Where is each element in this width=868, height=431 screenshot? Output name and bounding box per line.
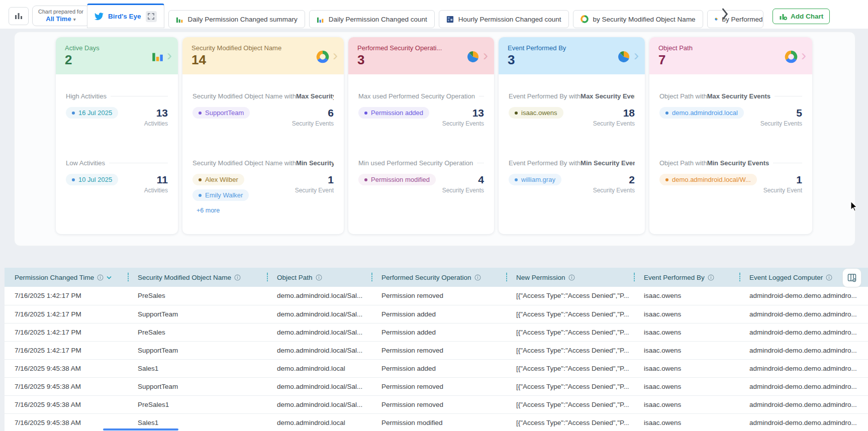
dot-icon (199, 194, 202, 197)
info-icon[interactable] (568, 274, 575, 281)
card-active-days[interactable]: Active Days 2 › High Activities (56, 37, 178, 234)
column-header-permission-changed-time[interactable]: Permission Changed Time (5, 268, 128, 287)
count-value: 13 (442, 107, 484, 119)
tab-label: by Security Modified Object Name (593, 16, 696, 23)
tab-hourly-count[interactable]: Hourly Permission Changed count (439, 10, 569, 28)
dashboard-page: Chart prepared for All Time▾ Bird's Eye (0, 0, 868, 431)
card-event-performed-by[interactable]: Event Performed By 3 › Event Performed B… (499, 37, 645, 234)
table-row[interactable]: 7/16/2025 9:45:38 AM PreSales1 demo.admi… (5, 395, 868, 413)
card-security-modified-object-name[interactable]: Security Modified Object Name 14 › Secur… (182, 37, 344, 234)
chevron-right-icon[interactable]: › (634, 48, 639, 63)
table-cell: Permission removed (371, 395, 506, 413)
info-icon[interactable] (826, 274, 832, 281)
table-cell: PreSales (128, 287, 267, 305)
tab-birds-eye[interactable]: Bird's Eye (87, 4, 164, 28)
card-section: Max used Performed Security Operation Pe… (358, 92, 484, 127)
info-icon[interactable] (234, 274, 241, 281)
info-icon[interactable] (474, 274, 481, 281)
card-section: High Activities 16 Jul 2025 13 Activiti (66, 92, 168, 127)
value-pill[interactable]: Emily Walker (192, 189, 249, 201)
column-header-event-performed-by[interactable]: Event Performed By (634, 268, 739, 287)
table-cell: Permission removed (371, 287, 506, 305)
value-pill[interactable]: demo.admindroid.local/W... (659, 174, 757, 185)
table-cell: 7/16/2025 9:45:38 AM (5, 359, 128, 377)
card-section: Object Path with Max Security Events dem… (659, 92, 802, 127)
chevron-right-icon[interactable]: › (167, 48, 172, 63)
count-label: Security Events (593, 187, 635, 194)
table-cell: admindroid-demo.demo.admindro... (739, 413, 868, 431)
count-value: 5 (760, 107, 802, 119)
value-pill[interactable]: demo.admindroid.local (659, 107, 744, 119)
table-row[interactable]: 7/16/2025 1:42:17 PM SupportTeam demo.ad… (5, 341, 868, 359)
column-header-security-modified-object-name[interactable]: Security Modified Object Name (128, 268, 267, 287)
value-pill[interactable]: Alex Wilber (192, 174, 244, 185)
card-object-path[interactable]: Object Path 7 › Object Path with Max Sec… (649, 37, 812, 234)
info-icon[interactable] (97, 274, 104, 281)
events-table: Permission Changed Time Security Modifie… (5, 268, 868, 431)
table-cell: admindroid-demo.demo.admindro... (739, 305, 868, 323)
dot-icon (364, 178, 367, 181)
chevron-down-icon: ▾ (73, 17, 76, 22)
table-row[interactable]: 7/16/2025 9:45:38 AM Sales1 demo.admindr… (5, 359, 868, 377)
more-link[interactable]: +6 more (197, 207, 220, 214)
horizontal-scrollbar-thumb[interactable] (103, 428, 178, 430)
bar-chart-icon (151, 50, 164, 63)
card-section: Object Path with Min Security Events dem… (659, 159, 802, 194)
value-pill[interactable]: 16 Jul 2025 (66, 107, 118, 119)
info-icon[interactable] (708, 274, 714, 281)
table-cell: Permission removed (371, 341, 506, 359)
chevron-right-icon[interactable]: › (801, 48, 806, 63)
table-body: 7/16/2025 1:42:17 PM PreSales demo.admin… (5, 287, 868, 431)
chart-list-button[interactable] (9, 7, 29, 25)
table-row[interactable]: 7/16/2025 1:42:17 PM PreSales demo.admin… (5, 323, 868, 341)
count-value: 1 (295, 174, 334, 186)
table-row[interactable]: 7/16/2025 1:42:17 PM SupportTeam demo.ad… (5, 305, 868, 323)
count-label: Security Events (442, 120, 484, 127)
table-row[interactable]: 7/16/2025 1:42:17 PM PreSales demo.admin… (5, 287, 868, 305)
sort-desc-icon[interactable] (107, 276, 112, 279)
table-cell: SupportTeam (128, 377, 267, 395)
card-section: Event Performed By with Min Security Eve… (509, 159, 635, 194)
donut-chart-icon (316, 50, 330, 64)
value-pill[interactable]: SupportTeam (192, 107, 250, 119)
column-settings-button[interactable] (843, 269, 861, 287)
tabs-scroll-right-button[interactable] (720, 8, 730, 23)
table-cell: demo.admindroid.local/Sal... (267, 287, 371, 305)
table-cell: demo.admindroid.local (267, 359, 371, 377)
value-pill[interactable]: Permission added (358, 107, 429, 119)
tab-by-security-modified-object-name[interactable]: by Security Modified Object Name (573, 10, 703, 28)
count-label: Activities (144, 120, 168, 127)
tab-label: Hourly Permission Changed count (458, 16, 561, 23)
column-header-performed-security-operation[interactable]: Performed Security Operation (371, 268, 506, 287)
table-cell: admindroid-demo.demo.admindro... (739, 395, 868, 413)
column-header-object-path[interactable]: Object Path (267, 268, 371, 287)
info-icon[interactable] (316, 274, 322, 281)
tab-daily-summary[interactable]: Daily Permission Changed summary (168, 10, 305, 28)
count-value: 1 (763, 174, 802, 186)
table-cell: 7/16/2025 1:42:17 PM (5, 323, 128, 341)
chevron-right-icon[interactable]: › (483, 48, 488, 63)
tab-daily-count[interactable]: Daily Permission Changed count (309, 10, 435, 28)
card-section: Min used Performed Security Operation Pe… (358, 159, 484, 194)
table-cell: isaac.owens (634, 341, 739, 359)
expand-icon[interactable] (146, 11, 157, 22)
table-row[interactable]: 7/16/2025 9:45:38 AM SupportTeam demo.ad… (5, 377, 868, 395)
table-cell: [{"Access Type":"Access Denied","P... (506, 395, 634, 413)
column-header-new-permission[interactable]: New Permission (506, 268, 634, 287)
value-pill[interactable]: william.gray (509, 174, 561, 185)
card-section: Low Activities 10 Jul 2025 11 Activitie (66, 159, 168, 194)
value-pill[interactable]: isaac.owens (509, 107, 563, 119)
tab-by-performed[interactable]: by Performed (707, 10, 763, 28)
count-label: Security Events (442, 187, 484, 194)
time-range-selector[interactable]: Chart prepared for All Time▾ (32, 6, 89, 26)
chevron-right-icon[interactable]: › (333, 48, 338, 63)
chevron-right-icon (720, 8, 730, 21)
chart-tabs: Bird's Eye Daily Permission Changed summ… (87, 0, 763, 28)
value-pill[interactable]: 10 Jul 2025 (66, 174, 118, 185)
add-chart-button[interactable]: Add Chart (773, 9, 830, 24)
table-cell: PreSales (128, 323, 267, 341)
add-chart-label: Add Chart (791, 13, 823, 20)
card-performed-security-operation[interactable]: Performed Security Operati... 3 › Max us… (348, 37, 494, 234)
dot-icon (665, 112, 668, 115)
value-pill[interactable]: Permission modified (358, 174, 436, 185)
